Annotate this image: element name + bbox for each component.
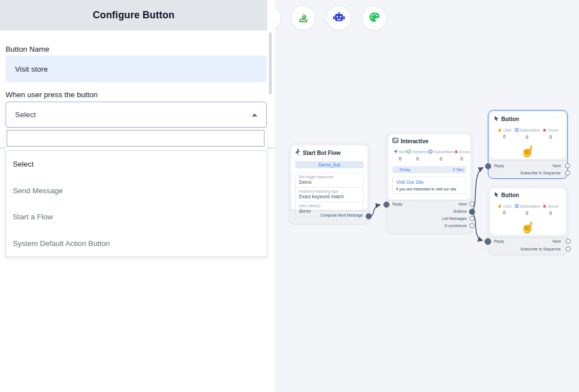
subscribers-icon [515, 204, 519, 209]
press-action-label: When user press the button [6, 91, 98, 99]
interactive-node[interactable]: Interactive Sent 0 [386, 132, 472, 233]
delay-value: 0 Sec [453, 167, 463, 172]
stat-delivered: Delivered 0 [407, 149, 428, 162]
dropdown-option-select[interactable]: Select [6, 151, 267, 178]
configure-button-panel: Configure Button Button Name When user p… [0, 0, 275, 392]
click-icon: ☝ [497, 128, 502, 132]
interactive-icon [392, 138, 398, 144]
toolbar-button-hidden[interactable] [275, 6, 281, 31]
page-title: Configure Button [93, 9, 174, 21]
bug-icon [542, 204, 547, 209]
port-list-messages-label: List Messages [442, 217, 467, 220]
stat-subscribers: Subscribers 0 [515, 128, 540, 140]
field-value: Demo [299, 179, 360, 185]
robot-icon [332, 10, 346, 27]
reply-label: Reply [392, 202, 402, 206]
next-output-port[interactable] [470, 202, 475, 207]
sequence-output-port[interactable] [566, 247, 571, 252]
port-buttons-label: Buttons [453, 209, 467, 213]
subscribers-icon [428, 149, 433, 154]
toolbar-button-theme[interactable] [362, 6, 387, 31]
bug-icon [454, 149, 458, 154]
reply-input-port[interactable] [383, 202, 390, 208]
reply-input-port[interactable] [485, 163, 491, 169]
field-value: Exact keyword match [299, 194, 360, 200]
cursor-icon [494, 115, 499, 123]
bot-name-button[interactable]: Demo_bot [295, 161, 363, 168]
node-title: Interactive [401, 138, 428, 144]
field-label: Add Label(s) [299, 203, 360, 208]
toolbar-button-stack[interactable] [291, 6, 316, 31]
button-node-selected[interactable]: Button ☝ Click 0 Subscribers [488, 110, 568, 179]
field-label: Keyword matching type [299, 189, 360, 194]
button-name-label: Button Name [6, 45, 49, 53]
send-icon [393, 149, 398, 154]
dropdown-search-input[interactable] [7, 130, 264, 147]
check-circle-icon [407, 149, 411, 154]
stack-icon [297, 11, 310, 26]
action-dropdown: Select Send Message Start a Flow System … [6, 128, 267, 257]
dropdown-option-start-a-flow[interactable]: Start a Flow [6, 204, 267, 230]
start-node-card: Start Bot Flow Demo_bot Bot trigger keyw… [291, 145, 367, 210]
button-card: Button ☝ Click 0 Subscribers [490, 188, 566, 235]
node-title: Button [501, 192, 519, 198]
interactive-message[interactable]: Visit Our Site if you are interested to … [392, 177, 466, 194]
buttons-output-port[interactable] [469, 209, 475, 215]
bug-icon [542, 128, 547, 133]
port-ecommerce-label: E-commerce [445, 224, 467, 228]
node-title: Button [501, 116, 519, 122]
stat-errors: Errors 0 [542, 204, 558, 216]
select-value: Select [15, 110, 36, 119]
walking-person-icon [295, 149, 301, 157]
stat-subscribers: Subscribers 0 [515, 204, 540, 216]
sequence-output-port[interactable] [565, 170, 570, 175]
palette-icon [367, 10, 382, 27]
list-messages-output-port[interactable] [470, 216, 475, 221]
stat-click: ☝ Click 0 [497, 128, 511, 140]
dropdown-list: Select Send Message Start a Flow System … [6, 150, 267, 257]
delay-row[interactable]: ... Delay 0 Sec [392, 166, 466, 173]
reply-input-port[interactable] [485, 238, 491, 245]
flow-canvas[interactable]: Start Bot Flow Demo_bot Bot trigger keyw… [275, 0, 579, 392]
ecommerce-output-port[interactable] [470, 223, 475, 228]
panel-header: Configure Button [0, 0, 267, 31]
hand-pointer-icon: ☝ [519, 219, 536, 235]
start-bot-flow-node[interactable]: Start Bot Flow Demo_bot Bot trigger keyw… [289, 143, 370, 224]
hand-pointer-icon: ☝ [519, 143, 536, 159]
next-output-port[interactable] [566, 239, 571, 244]
field-label: Bot trigger keywords [299, 174, 360, 179]
cursor-icon [494, 192, 499, 199]
button-name-input[interactable] [6, 56, 267, 82]
chevron-up-icon [252, 113, 257, 117]
message-title: Visit Our Site [396, 179, 462, 185]
node-title: Start Bot Flow [303, 150, 341, 156]
trigger-fields: Bot trigger keywords Demo Keyword matchi… [295, 173, 363, 217]
stat-sent: Sent 0 [393, 149, 407, 162]
stat-subscribers: Subscribers 0 [428, 149, 454, 162]
button-card: Button ☝ Click 0 Subscribers [490, 112, 566, 159]
dropdown-option-send-message[interactable]: Send Message [6, 178, 267, 204]
stat-errors: Errors 0 [454, 149, 470, 162]
message-body: if you are interested to visit our site [396, 187, 462, 191]
port-next-label: Next [459, 202, 467, 206]
action-select[interactable]: Select [6, 102, 267, 128]
dropdown-option-system-default[interactable]: System Default Action Button [6, 230, 267, 257]
compose-next-message-label: Compose Next Message [320, 213, 363, 217]
scrollbar-thumb[interactable] [269, 32, 272, 94]
next-output-port[interactable] [565, 163, 570, 168]
interactive-card: Interactive Sent 0 [388, 134, 470, 200]
click-icon: ☝ [497, 204, 502, 208]
stat-errors: Errors 0 [542, 128, 558, 140]
panel-gutter [267, 0, 275, 31]
subscribers-icon [515, 128, 519, 133]
stat-click: ☝ Click 0 [497, 204, 511, 216]
compose-output-port[interactable] [366, 213, 372, 219]
delay-label: ... Delay [395, 167, 411, 172]
button-node[interactable]: Button ☝ Click 0 Subscribers [488, 186, 568, 254]
toolbar-button-bot[interactable] [326, 6, 351, 31]
